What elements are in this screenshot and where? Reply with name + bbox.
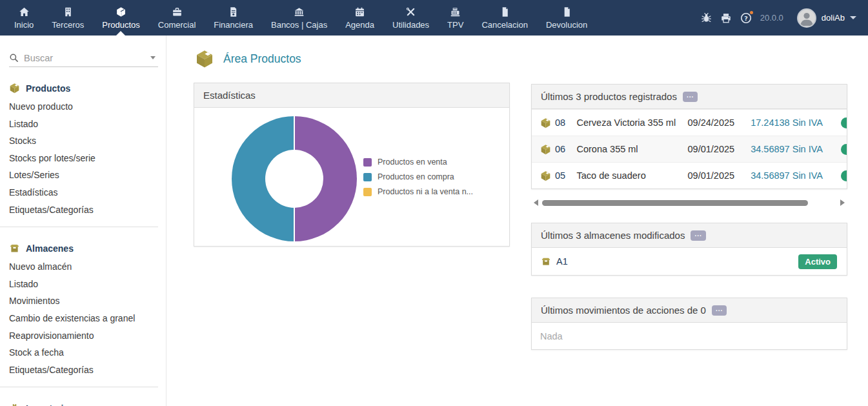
svg-text:?: ? bbox=[744, 14, 747, 21]
sidebar-divider bbox=[0, 387, 158, 387]
nav-item-terceros[interactable]: Terceros bbox=[43, 0, 93, 36]
empty-row: Nada bbox=[532, 323, 847, 349]
product-cube-icon bbox=[540, 144, 551, 155]
sidebar: Productos Nuevo producto Listado Stocks … bbox=[0, 36, 167, 406]
product-ref[interactable]: 05 bbox=[555, 170, 576, 181]
sidebar-item-etiquetas-productos[interactable]: Etiquetas/Categorías bbox=[9, 201, 166, 219]
scrollbar-thumb[interactable] bbox=[542, 200, 808, 206]
nav-item-inicio[interactable]: Inicio bbox=[5, 0, 43, 36]
sidebar-section-inventarios[interactable]: Inventarios bbox=[9, 403, 166, 406]
sidebar-item-lotes-series[interactable]: Lotes/Series bbox=[9, 167, 166, 184]
invoice-icon bbox=[228, 6, 239, 17]
product-row[interactable]: 08 Cerveza Victoria 355 ml 09/24/2025 17… bbox=[532, 109, 847, 136]
nav-item-bancos[interactable]: Bancos | Cajas bbox=[262, 0, 336, 36]
product-date: 09/01/2025 bbox=[688, 170, 751, 181]
print-icon[interactable] bbox=[720, 12, 732, 24]
sidebar-item-stocks-lotes[interactable]: Stocks por lotes/serie bbox=[9, 150, 166, 167]
sidebar-divider bbox=[0, 227, 158, 227]
help-icon[interactable]: ? bbox=[740, 12, 752, 24]
sidebar-item-nuevo-almacen[interactable]: Nuevo almacén bbox=[9, 258, 166, 276]
warehouse-icon bbox=[540, 256, 552, 267]
sidebar-item-estadisticas[interactable]: Estadísticas bbox=[9, 184, 166, 201]
search-icon bbox=[9, 53, 19, 63]
page-title: Área Productos bbox=[195, 49, 301, 68]
donut-chart-graphic bbox=[232, 116, 357, 241]
debug-bug-icon[interactable] bbox=[701, 12, 712, 23]
product-price[interactable]: 17.24138 Sin IVA bbox=[751, 117, 838, 128]
sidebar-item-listado-almacenes[interactable]: Listado bbox=[9, 276, 166, 293]
product-row[interactable]: 06 Corona 355 ml 09/01/2025 34.56897 Sin… bbox=[532, 136, 847, 162]
latest-warehouses-panel: Últimos 3 almacenes modificados ... A1 A… bbox=[531, 223, 847, 276]
latest-products-panel: Últimos 3 productos registrados ... 08 C… bbox=[531, 84, 847, 189]
product-cube-icon bbox=[540, 117, 551, 128]
nav-item-financiera[interactable]: Financiera bbox=[205, 0, 262, 36]
sidebar-section-almacenes[interactable]: Almacenes bbox=[9, 243, 166, 254]
tools-icon bbox=[405, 6, 416, 17]
latest-movements-panel: Últimos movimientos de acciones de 0 ...… bbox=[531, 298, 847, 350]
help-notification-dot bbox=[750, 11, 753, 14]
scroll-left-arrow-icon[interactable] bbox=[534, 199, 538, 206]
product-row[interactable]: 05 Taco de suadero 09/01/2025 34.56897 S… bbox=[532, 162, 847, 188]
briefcase-icon bbox=[172, 6, 183, 17]
file-icon bbox=[500, 6, 510, 17]
warehouse-row[interactable]: A1 Activo bbox=[532, 248, 847, 275]
sidebar-item-cambio-existencias[interactable]: Cambio de existencias a granel bbox=[9, 310, 166, 327]
product-name[interactable]: Taco de suadero bbox=[576, 170, 687, 181]
avatar bbox=[797, 8, 816, 28]
scroll-right-arrow-icon[interactable] bbox=[840, 199, 845, 206]
main-menu: Inicio Terceros Productos Comercial Fina… bbox=[5, 0, 596, 36]
sidebar-item-stocks[interactable]: Stocks bbox=[9, 132, 166, 150]
more-button[interactable]: ... bbox=[691, 230, 705, 241]
product-ref[interactable]: 08 bbox=[555, 117, 576, 128]
almacenes-menu-items: Nuevo almacén Listado Movimientos Cambio… bbox=[9, 258, 166, 378]
product-price[interactable]: 34.56897 Sin IVA bbox=[751, 170, 838, 181]
horizontal-scrollbar[interactable] bbox=[531, 198, 847, 208]
product-price[interactable]: 34.56897 Sin IVA bbox=[751, 144, 838, 154]
sidebar-item-stock-a-fecha[interactable]: Stock a fecha bbox=[9, 344, 166, 361]
sidebar-item-nuevo-producto[interactable]: Nuevo producto bbox=[9, 98, 166, 116]
user-menu[interactable]: doliAb bbox=[797, 8, 856, 28]
chart-legend: Productos en venta Productos en compra P… bbox=[363, 157, 473, 196]
inventory-cubes-icon bbox=[9, 403, 20, 406]
latest-warehouses-header: Últimos 3 almacenes modificados ... bbox=[532, 223, 847, 248]
nav-item-agenda[interactable]: Agenda bbox=[336, 0, 383, 36]
warehouse-ref[interactable]: A1 bbox=[556, 256, 798, 267]
legend-item-ni-venta: Productos ni a la venta n... bbox=[363, 187, 473, 196]
status-active-dot bbox=[841, 144, 847, 155]
product-name[interactable]: Corona 355 ml bbox=[576, 144, 687, 154]
status-active-dot bbox=[841, 117, 847, 128]
version-label: 20.0.0 bbox=[760, 13, 783, 23]
search-dropdown-caret-icon[interactable] bbox=[150, 56, 156, 59]
sidebar-item-etiquetas-almacenes[interactable]: Etiquetas/Categorías bbox=[9, 361, 166, 379]
sidebar-item-listado-productos[interactable]: Listado bbox=[9, 116, 166, 133]
stats-panel-header: Estadísticas bbox=[194, 83, 509, 108]
nav-item-comercial[interactable]: Comercial bbox=[149, 0, 205, 36]
nav-item-devolucion[interactable]: Devolucion bbox=[537, 0, 596, 36]
more-button[interactable]: ... bbox=[683, 92, 698, 102]
file-icon bbox=[561, 6, 572, 17]
more-button[interactable]: ... bbox=[712, 305, 727, 316]
search-input[interactable] bbox=[24, 53, 145, 63]
sidebar-section-productos[interactable]: Productos bbox=[9, 83, 166, 94]
product-date: 09/24/2025 bbox=[688, 117, 751, 128]
product-ref[interactable]: 06 bbox=[555, 144, 576, 154]
product-name[interactable]: Cerveza Victoria 355 ml bbox=[576, 117, 687, 128]
chevron-down-icon bbox=[850, 16, 856, 19]
status-badge: Activo bbox=[798, 254, 837, 269]
nav-item-productos[interactable]: Productos bbox=[93, 0, 149, 36]
navbar-right-tools: ? 20.0.0 doliAb bbox=[701, 0, 868, 36]
nav-item-cancelacion[interactable]: Cancelacion bbox=[472, 0, 537, 36]
building-icon bbox=[63, 6, 74, 17]
legend-swatch-teal bbox=[363, 173, 372, 181]
dolibarr-products-area-page: Inicio Terceros Productos Comercial Fina… bbox=[0, 0, 868, 406]
sidebar-item-reaprovisionamiento[interactable]: Reaprovisionamiento bbox=[9, 327, 166, 345]
sidebar-item-movimientos[interactable]: Movimientos bbox=[9, 292, 166, 310]
donut-chart: Productos en venta Productos en compra P… bbox=[194, 108, 509, 247]
nav-item-utilidades[interactable]: Utilidades bbox=[383, 0, 438, 36]
legend-item-venta: Productos en venta bbox=[363, 157, 473, 167]
nav-item-tpv[interactable]: TPV bbox=[438, 0, 472, 36]
status-active-dot bbox=[841, 170, 847, 181]
cash-register-icon bbox=[450, 6, 461, 17]
username-label: doliAb bbox=[822, 13, 845, 23]
sidebar-search bbox=[9, 49, 158, 67]
